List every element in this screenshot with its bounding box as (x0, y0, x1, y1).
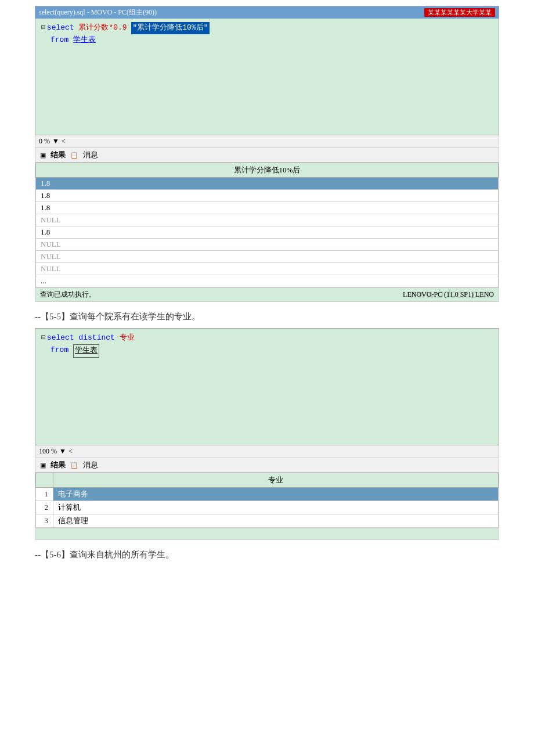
results-panel-2: 专业 1电子商务2计算机3信息管理 (35, 473, 499, 528)
zoom-arrow-2[interactable]: ▼ (59, 447, 66, 456)
results-panel-1: 累计学分降低10%后 1.81.81.8NULL1.8NULLNULLNULL.… (35, 163, 499, 288)
zoom-bar-2: 100 % ▼ < (35, 445, 499, 458)
sql-select-kw-2: select (47, 332, 74, 344)
minus-icon-2: ⊟ (41, 332, 46, 344)
table-row-num: 1 (36, 488, 53, 501)
zoom-arrow-1[interactable]: ▼ (52, 137, 59, 146)
results-icon-1: ▣ (40, 152, 46, 159)
table-row: NULL (36, 263, 499, 275)
table-row: 计算机 (53, 501, 499, 514)
table-row-num: 3 (36, 514, 53, 528)
sql-table-2: 学生表 (73, 344, 99, 358)
table-row: NULL (36, 251, 499, 263)
table-row: ... (36, 275, 499, 287)
tab-results-1[interactable]: 结果 (50, 150, 66, 160)
sql-field-2: 专业 (120, 332, 135, 344)
zoom-bar-1: 0 % ▼ < (35, 135, 499, 148)
sql-distinct-kw: distinct (78, 332, 114, 344)
results-table-1: 累计学分降低10%后 1.81.81.8NULL1.8NULLNULLNULL.… (35, 163, 499, 287)
sql-select-kw-1: select (47, 22, 74, 34)
zoom-collapse-2[interactable]: < (68, 447, 73, 456)
results-tab-bar-1: ▣ 结果 📋 消息 (35, 148, 499, 163)
watermark-1: www.bdocx.com (410, 287, 494, 301)
status-left-1: 查询已成功执行。 (40, 290, 96, 300)
zoom-value-1: 0 % (39, 137, 50, 146)
zoom-value-2: 100 % (39, 447, 57, 456)
sql-code-area-2[interactable]: ⊟ select distinct 专业 from 学生表 (35, 329, 499, 445)
messages-icon-2: 📋 (70, 462, 78, 469)
editor-header-right: 某某某某某某大学某某 (424, 8, 495, 17)
sql-table-1: 学生表 (73, 34, 96, 46)
comment-55: --【5-5】查询每个院系有在读学生的专业。 (35, 311, 499, 322)
tab-messages-1[interactable]: 消息 (83, 150, 98, 160)
tab-results-2[interactable]: 结果 (50, 460, 66, 470)
tab-messages-2[interactable]: 消息 (83, 460, 98, 470)
col-num-header-2 (36, 473, 53, 488)
sql-from-kw-2: from (50, 344, 68, 357)
results-footer-2 (35, 528, 499, 540)
table-row: 1.8 (36, 226, 499, 239)
table-row: NULL (36, 214, 499, 226)
comment-56: --【5-6】查询来自杭州的所有学生。 (35, 549, 499, 560)
results-table-2: 专业 1电子商务2计算机3信息管理 (35, 473, 499, 528)
table-row: 1.8 (36, 178, 499, 190)
sql-code-area-1[interactable]: ⊟ select 累计分数*0.9 "累计学分降低10%后" from 学生表 (35, 19, 499, 135)
messages-icon-1: 📋 (70, 152, 78, 159)
table-row: 电子商务 (53, 488, 499, 501)
table-row: 1.8 (36, 202, 499, 214)
results-tab-bar-2: ▣ 结果 📋 消息 (35, 458, 499, 473)
table-row-num: 2 (36, 501, 53, 514)
col-header-2: 专业 (53, 473, 499, 488)
sql-field-1: 累计分数*0.9 (78, 22, 127, 34)
minus-icon-1: ⊟ (41, 22, 46, 34)
sql-from-kw-1: from (50, 34, 68, 46)
results-icon-2: ▣ (40, 462, 46, 469)
zoom-collapse-1[interactable]: < (62, 137, 66, 146)
editor-header-left: select(query).sql - MOVO - PC(组主(90)) (39, 8, 157, 17)
table-row: 信息管理 (53, 514, 499, 528)
sql-alias-1: "累计学分降低10%后" (131, 22, 209, 34)
table-row: 1.8 (36, 190, 499, 202)
col-header-1: 累计学分降低10%后 (36, 163, 499, 178)
table-row: NULL (36, 239, 499, 251)
